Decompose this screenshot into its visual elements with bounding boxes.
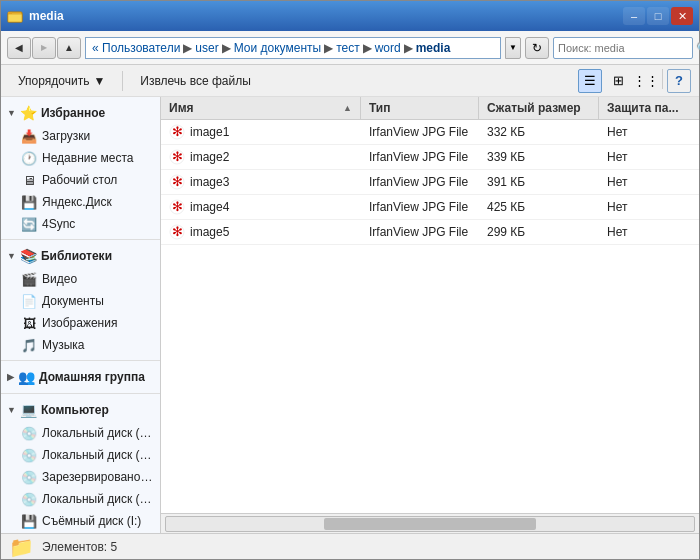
path-dropdown[interactable]: ▼ bbox=[505, 37, 521, 59]
path-media[interactable]: media bbox=[414, 41, 453, 55]
toolbar-separator bbox=[122, 71, 123, 91]
path-test[interactable]: тест bbox=[334, 41, 362, 55]
up-button[interactable]: ▲ bbox=[57, 37, 81, 59]
svg-text:✻: ✻ bbox=[172, 149, 183, 164]
path-users[interactable]: « Пользователи bbox=[90, 41, 182, 55]
organize-button[interactable]: Упорядочить ▼ bbox=[9, 69, 114, 93]
sidebar-item-4sync[interactable]: 🔄 4Sync bbox=[1, 213, 160, 235]
search-icon[interactable]: 🔍 bbox=[696, 41, 700, 55]
sidebar-item-reserved[interactable]: 💿 Зарезервировано си... bbox=[1, 466, 160, 488]
close-button[interactable]: ✕ bbox=[671, 7, 693, 25]
search-box[interactable]: 🔍 bbox=[553, 37, 693, 59]
desktop-label: Рабочий стол bbox=[42, 173, 117, 187]
title-bar: media – □ ✕ bbox=[1, 1, 699, 31]
table-row[interactable]: ✻ image1 IrfanView JPG File 332 КБ Нет bbox=[161, 120, 699, 145]
sidebar-computer-header[interactable]: ▼ 💻 Компьютер bbox=[1, 398, 160, 422]
sidebar-item-drive-h[interactable]: 💿 Локальный диск (H:) bbox=[1, 488, 160, 510]
desktop-icon: 🖥 bbox=[21, 172, 37, 188]
extract-button[interactable]: Извлечь все файлы bbox=[131, 69, 259, 93]
view-small-button[interactable]: ⋮⋮ bbox=[634, 69, 658, 93]
drive-i-icon: 💾 bbox=[21, 513, 37, 529]
file-list: ✻ image1 IrfanView JPG File 332 КБ Нет ✻ bbox=[161, 120, 699, 513]
drive-h-icon: 💿 bbox=[21, 491, 37, 507]
computer-label: Компьютер bbox=[41, 403, 109, 417]
maximize-button[interactable]: □ bbox=[647, 7, 669, 25]
recent-icon: 🕐 bbox=[21, 150, 37, 166]
col-type[interactable]: Тип bbox=[361, 97, 479, 119]
yandex-label: Яндекс.Диск bbox=[42, 195, 112, 209]
file-size: 299 КБ bbox=[479, 220, 599, 244]
sidebar-item-recent[interactable]: 🕐 Недавние места bbox=[1, 147, 160, 169]
path-mydocs[interactable]: Мои документы bbox=[232, 41, 323, 55]
sidebar-item-drive-i[interactable]: 💾 Съёмный диск (I:) bbox=[1, 510, 160, 532]
favorites-icon: ⭐ bbox=[20, 105, 37, 121]
path-word[interactable]: word bbox=[373, 41, 403, 55]
file-protection: Нет bbox=[599, 170, 699, 194]
sidebar-item-desktop[interactable]: 🖥 Рабочий стол bbox=[1, 169, 160, 191]
reserved-icon: 💿 bbox=[21, 469, 37, 485]
homegroup-triangle: ▶ bbox=[7, 372, 14, 382]
file-size: 425 КБ bbox=[479, 195, 599, 219]
sidebar-section-favorites: ▼ ⭐ Избранное 📥 Загрузки 🕐 Недавние мест… bbox=[1, 101, 160, 235]
svg-rect-1 bbox=[8, 14, 22, 22]
title-controls: – □ ✕ bbox=[623, 7, 693, 25]
sidebar-item-drive-c[interactable]: 💿 Локальный диск (C:) bbox=[1, 422, 160, 444]
drive-d-icon: 💿 bbox=[21, 447, 37, 463]
drive-c-icon: 💿 bbox=[21, 425, 37, 441]
sidebar-item-docs[interactable]: 📄 Документы bbox=[1, 290, 160, 312]
computer-icon: 💻 bbox=[20, 402, 37, 418]
table-row[interactable]: ✻ image2 IrfanView JPG File 339 КБ Нет bbox=[161, 145, 699, 170]
toolbar: Упорядочить ▼ Извлечь все файлы ☰ ⊞ ⋮⋮ ? bbox=[1, 65, 699, 97]
4sync-label: 4Sync bbox=[42, 217, 75, 231]
file-name: ✻ image4 bbox=[161, 195, 361, 219]
forward-button[interactable]: ▶ bbox=[32, 37, 56, 59]
sidebar-favorites-header[interactable]: ▼ ⭐ Избранное bbox=[1, 101, 160, 125]
drive-h-label: Локальный диск (H:) bbox=[42, 492, 154, 506]
address-path[interactable]: « Пользователи ▶ user ▶ Мои документы ▶ … bbox=[85, 37, 501, 59]
sidebar-item-yandex[interactable]: 💾 Яндекс.Диск bbox=[1, 191, 160, 213]
images-icon: 🖼 bbox=[21, 315, 37, 331]
homegroup-label: Домашняя группа bbox=[39, 370, 145, 384]
file-size: 339 КБ bbox=[479, 145, 599, 169]
sidebar-section-homegroup: ▶ 👥 Домашняя группа bbox=[1, 365, 160, 389]
address-bar: ◀ ▶ ▲ « Пользователи ▶ user ▶ Мои докуме… bbox=[1, 31, 699, 65]
sidebar-item-images[interactable]: 🖼 Изображения bbox=[1, 312, 160, 334]
help-button[interactable]: ? bbox=[667, 69, 691, 93]
horizontal-scrollbar[interactable] bbox=[161, 513, 699, 533]
file-protection: Нет bbox=[599, 195, 699, 219]
table-row[interactable]: ✻ image4 IrfanView JPG File 425 КБ Нет bbox=[161, 195, 699, 220]
col-name[interactable]: Имя ▲ bbox=[161, 97, 361, 119]
window-title: media bbox=[29, 9, 64, 23]
minimize-button[interactable]: – bbox=[623, 7, 645, 25]
h-scroll-track[interactable] bbox=[165, 516, 695, 532]
sidebar-item-downloads[interactable]: 📥 Загрузки bbox=[1, 125, 160, 147]
col-size[interactable]: Сжатый размер bbox=[479, 97, 599, 119]
sidebar-div2 bbox=[1, 360, 160, 361]
file-name: ✻ image5 bbox=[161, 220, 361, 244]
sidebar-item-music[interactable]: 🎵 Музыка bbox=[1, 334, 160, 356]
search-input[interactable] bbox=[558, 42, 696, 54]
irfan-icon: ✻ bbox=[169, 224, 185, 240]
back-button[interactable]: ◀ bbox=[7, 37, 31, 59]
sidebar-item-video[interactable]: 🎬 Видео bbox=[1, 268, 160, 290]
file-type: IrfanView JPG File bbox=[361, 120, 479, 144]
file-type: IrfanView JPG File bbox=[361, 170, 479, 194]
table-row[interactable]: ✻ image5 IrfanView JPG File 299 КБ Нет bbox=[161, 220, 699, 245]
path-user[interactable]: user bbox=[193, 41, 220, 55]
status-bar: 📁 Элементов: 5 bbox=[1, 533, 699, 559]
file-list-header: Имя ▲ Тип Сжатый размер Защита па... bbox=[161, 97, 699, 120]
table-row[interactable]: ✻ image3 IrfanView JPG File 391 КБ Нет bbox=[161, 170, 699, 195]
irfan-icon: ✻ bbox=[169, 124, 185, 140]
recent-label: Недавние места bbox=[42, 151, 133, 165]
sidebar-item-drive-d[interactable]: 💿 Локальный диск (D:) bbox=[1, 444, 160, 466]
file-protection: Нет bbox=[599, 145, 699, 169]
col-protection[interactable]: Защита па... bbox=[599, 97, 699, 119]
sidebar-libraries-header[interactable]: ▼ 📚 Библиотеки bbox=[1, 244, 160, 268]
refresh-button[interactable]: ↻ bbox=[525, 37, 549, 59]
sidebar-homegroup-header[interactable]: ▶ 👥 Домашняя группа bbox=[1, 365, 160, 389]
view-large-button[interactable]: ⊞ bbox=[606, 69, 630, 93]
docs-label: Документы bbox=[42, 294, 104, 308]
h-scroll-thumb[interactable] bbox=[324, 518, 535, 530]
view-details-button[interactable]: ☰ bbox=[578, 69, 602, 93]
file-list-area: Имя ▲ Тип Сжатый размер Защита па... bbox=[161, 97, 699, 533]
